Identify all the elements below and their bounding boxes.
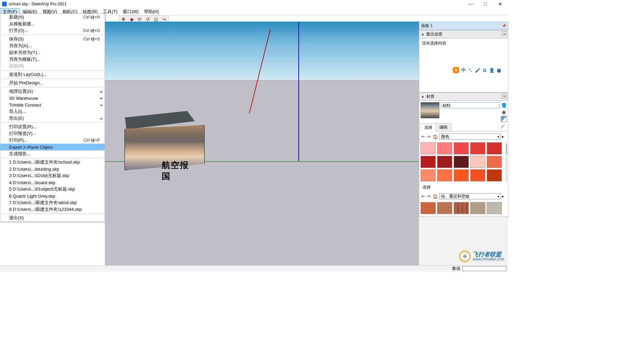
nav2-back-icon[interactable]: ⇦: [421, 194, 425, 199]
ime-punct-icon[interactable]: °ꓸ: [468, 67, 473, 73]
tab-select[interactable]: 选择: [421, 123, 436, 132]
menu-窗口(W)[interactable]: 窗口(W): [120, 8, 141, 15]
model-viewport[interactable]: 航空报国: [105, 22, 419, 265]
material-name-input[interactable]: 材料: [441, 102, 500, 108]
menu-item[interactable]: 打开(O)...Ctrl 键+O: [0, 27, 105, 34]
swatch-scrollbar[interactable]: [506, 142, 507, 182]
menu-item[interactable]: 8 D:\Users\...\新建文件夹\123344.skp: [0, 206, 105, 213]
menu-item[interactable]: 打印设置(R)...: [0, 123, 105, 130]
color-swatch[interactable]: [470, 142, 485, 154]
menu-item[interactable]: 6 Quartz Light Grey.skp: [0, 193, 105, 199]
color-swatch[interactable]: [487, 169, 502, 181]
color-swatch[interactable]: [454, 156, 469, 168]
material-category-select[interactable]: 颜色: [439, 134, 501, 140]
menu-item[interactable]: 发送到 LayOut(L)...: [0, 71, 105, 78]
tray-title-bar[interactable]: 面板 1 📌: [419, 22, 508, 30]
menu-separator: [2, 213, 103, 214]
ime-toolbar[interactable]: S 中 °ꓸ 🎤 Ω 👤 ▦: [453, 67, 502, 73]
nav-forward-icon[interactable]: ⇨: [427, 134, 431, 139]
menu-item-label: 1 D:\Users\...\新建文件夹\school.skp: [9, 159, 80, 165]
menu-separator: [2, 70, 103, 70]
material-thumbnail[interactable]: [421, 102, 439, 118]
color-swatch[interactable]: [421, 142, 436, 154]
menu-item[interactable]: 新建(N)Ctrl 键+N: [0, 14, 105, 21]
model-cube[interactable]: 航空报国: [114, 111, 195, 162]
status-value-input[interactable]: [462, 266, 506, 271]
brick-swatch[interactable]: [470, 202, 485, 214]
menu-item[interactable]: 另存为(A)...: [0, 42, 105, 49]
default-material-icon[interactable]: [501, 116, 507, 122]
menu-item[interactable]: 副本另存为(Y)...: [0, 49, 105, 56]
color-swatch[interactable]: [421, 169, 436, 181]
menu-item[interactable]: 退出(X): [0, 214, 105, 221]
library2-menu-icon[interactable]: ▸: [502, 194, 507, 199]
menu-item[interactable]: 5 D:\Users\...\01object\无标题.skp: [0, 186, 105, 193]
ime-user-icon[interactable]: 👤: [489, 67, 494, 73]
color-swatch[interactable]: [437, 142, 452, 154]
status-value-label: 数值: [452, 266, 460, 271]
color-swatch[interactable]: [437, 169, 452, 181]
paint-bucket-icon[interactable]: 🪣: [501, 103, 507, 108]
menu-item-label: 3D Warehouse: [9, 96, 38, 101]
menu-item[interactable]: 3D Warehouse: [0, 95, 105, 102]
menu-item[interactable]: 4 D:\Users\...\board.skp: [0, 179, 105, 186]
tab-edit[interactable]: 编辑: [436, 123, 451, 131]
menu-item-label: 打印(P)...: [9, 137, 27, 143]
color-swatch[interactable]: [421, 156, 436, 168]
brick-swatch[interactable]: [487, 202, 502, 214]
ime-mic-icon[interactable]: 🎤: [475, 67, 480, 73]
color-swatch[interactable]: [470, 169, 485, 181]
ime-lang-label[interactable]: 中: [461, 67, 466, 73]
eyedropper-icon[interactable]: 💉: [499, 123, 507, 131]
menu-item[interactable]: 打印预览(V)...: [0, 130, 105, 137]
color-swatch[interactable]: [487, 156, 502, 168]
materials-close[interactable]: ✕: [502, 94, 507, 98]
menu-item[interactable]: 另存为模板(T)...: [0, 56, 105, 63]
color-swatch[interactable]: [470, 156, 485, 168]
menu-item[interactable]: 地理位置(G): [0, 88, 105, 95]
brick-swatch[interactable]: [421, 202, 436, 214]
menu-item-shortcut: Ctrl 键+O: [83, 28, 100, 34]
menu-item-label: 打印设置(R)...: [9, 124, 36, 130]
color-swatch[interactable]: [437, 156, 452, 168]
nav2-forward-icon[interactable]: ⇨: [427, 194, 431, 199]
menu-帮助(H)[interactable]: 帮助(H): [141, 8, 162, 15]
material-nav-row: ⇦ ⇨ 🏠 颜色 ▸: [421, 133, 507, 140]
menu-item[interactable]: 从模板新建...: [0, 21, 105, 27]
nav-back-icon[interactable]: ⇦: [421, 134, 425, 139]
menu-item[interactable]: 生成报告...: [0, 150, 105, 157]
menu-item[interactable]: 打印(P)...Ctrl 键+P: [0, 137, 105, 144]
color-swatch[interactable]: [487, 142, 502, 154]
brick-swatch[interactable]: [454, 202, 469, 214]
materials-header[interactable]: 材质 ✕: [419, 92, 508, 101]
menu-item[interactable]: 2 D:\Users\...\biulding.skp: [0, 166, 105, 172]
ime-grid-icon[interactable]: ▦: [496, 67, 502, 73]
entity-info-header[interactable]: 图元信息 ✕: [419, 30, 508, 38]
secondary-category-select[interactable]: 砖、覆层和壁板: [439, 193, 501, 199]
library-menu-icon[interactable]: ▸: [502, 134, 507, 139]
nav2-home-icon[interactable]: 🏠: [433, 194, 438, 199]
nav-home-icon[interactable]: 🏠: [433, 134, 438, 139]
maximize-button[interactable]: □: [478, 0, 493, 8]
pin-icon[interactable]: 📌: [502, 24, 506, 28]
color-swatch[interactable]: [454, 169, 469, 181]
menu-item[interactable]: 保存(S)Ctrl 键+S: [0, 36, 105, 42]
menu-item[interactable]: 3 D:\Users\...\02obj\无标题.skp: [0, 172, 105, 179]
menu-item[interactable]: 导入(I)...: [0, 108, 105, 115]
menu-item[interactable]: 开始 PreDesign...: [0, 80, 105, 86]
minimize-button[interactable]: —: [463, 0, 478, 8]
menu-item[interactable]: 7 D:\Users\...\新建文件夹\abcd.skp: [0, 199, 105, 206]
create-material-icon[interactable]: ⊕: [501, 110, 507, 115]
brick-swatch[interactable]: [437, 202, 452, 214]
entity-info-title: 图元信息: [426, 31, 442, 37]
menu-item[interactable]: 导出(E): [0, 115, 105, 122]
entity-info-close[interactable]: ✕: [502, 31, 507, 36]
menu-item[interactable]: 1 D:\Users\...\新建文件夹\school.skp: [0, 159, 105, 166]
color-swatch[interactable]: [454, 142, 469, 154]
ime-omega-icon[interactable]: Ω: [482, 67, 487, 73]
menu-item-label: 地理位置(G): [9, 88, 33, 94]
window-controls: — □ ✕: [463, 0, 508, 8]
menu-item[interactable]: Trimble Connect: [0, 102, 105, 108]
close-button[interactable]: ✕: [493, 0, 508, 8]
menu-item[interactable]: Export X-Plane Object: [0, 144, 105, 150]
